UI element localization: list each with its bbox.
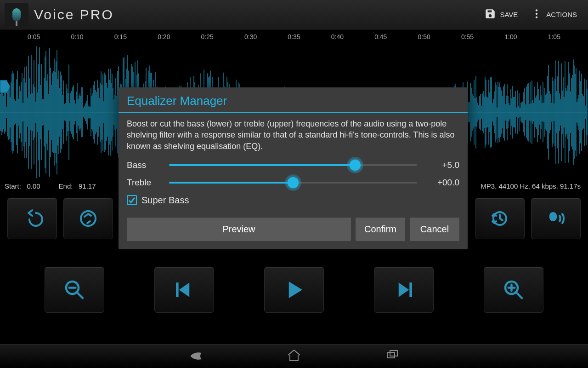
bass-slider-row: Bass +5.0 [127, 160, 459, 170]
android-nav-bar [0, 344, 588, 368]
superbass-checkbox[interactable] [127, 195, 137, 205]
svg-point-2 [536, 16, 537, 18]
preview-button[interactable]: Preview [127, 218, 351, 241]
treble-slider-row: Treble +00.0 [127, 178, 459, 188]
actions-label: ACTIONS [546, 11, 577, 18]
save-icon [484, 8, 496, 21]
start-value: 0.00 [27, 182, 40, 190]
speed-button[interactable] [63, 198, 113, 239]
end-value: 91.17 [79, 182, 96, 190]
voice-button[interactable] [531, 198, 581, 239]
svg-line-647 [77, 292, 83, 299]
transport-row [0, 267, 588, 313]
bass-label: Bass [127, 160, 163, 170]
time-shift-button[interactable] [475, 198, 525, 239]
equalizer-dialog: Equalizer Manager Boost or cut the bass … [119, 87, 468, 249]
save-button[interactable]: SAVE [478, 3, 524, 26]
app-title: Voice PRO [34, 7, 114, 23]
start-group: Start: 0.00 [5, 182, 40, 190]
end-group: End: 91.17 [59, 182, 96, 190]
treble-label: Treble [127, 178, 163, 188]
home-nav-button[interactable] [286, 348, 302, 365]
zoom-in-button[interactable] [484, 267, 543, 313]
svg-point-1 [536, 13, 537, 15]
skip-back-button[interactable] [154, 267, 214, 313]
dialog-title: Equalizer Manager [119, 87, 468, 113]
audio-format-info: MP3, 44100 Hz, 64 kbps, 91.17s [481, 182, 583, 190]
dialog-description: Boost or cut the bass (lower) or treble … [127, 118, 459, 152]
cancel-button[interactable]: Cancel [410, 218, 459, 241]
svg-rect-655 [387, 352, 395, 358]
bass-value: +5.0 [424, 160, 459, 170]
save-label: SAVE [500, 11, 518, 18]
skip-forward-button[interactable] [374, 267, 434, 313]
confirm-button[interactable]: Confirm [356, 218, 405, 241]
start-label: Start: [5, 182, 21, 190]
play-button[interactable] [264, 267, 324, 313]
overflow-icon [531, 8, 543, 21]
end-label: End: [59, 182, 73, 190]
app-bar: Voice PRO SAVE ACTIONS [0, 0, 588, 29]
svg-rect-649 [176, 282, 179, 297]
treble-value: +00.0 [424, 178, 459, 188]
bass-slider[interactable] [169, 164, 417, 166]
treble-slider[interactable] [169, 182, 417, 184]
svg-line-652 [515, 292, 522, 299]
svg-rect-656 [390, 351, 397, 356]
superbass-label: Super Bass [141, 195, 189, 206]
zoom-out-button[interactable] [45, 267, 104, 313]
svg-point-0 [536, 9, 537, 11]
svg-rect-650 [409, 282, 412, 297]
app-logo-icon [5, 3, 28, 27]
back-nav-button[interactable] [188, 348, 204, 365]
recent-nav-button[interactable] [384, 348, 400, 365]
undo-button[interactable] [7, 198, 57, 239]
actions-button[interactable]: ACTIONS [524, 3, 583, 26]
